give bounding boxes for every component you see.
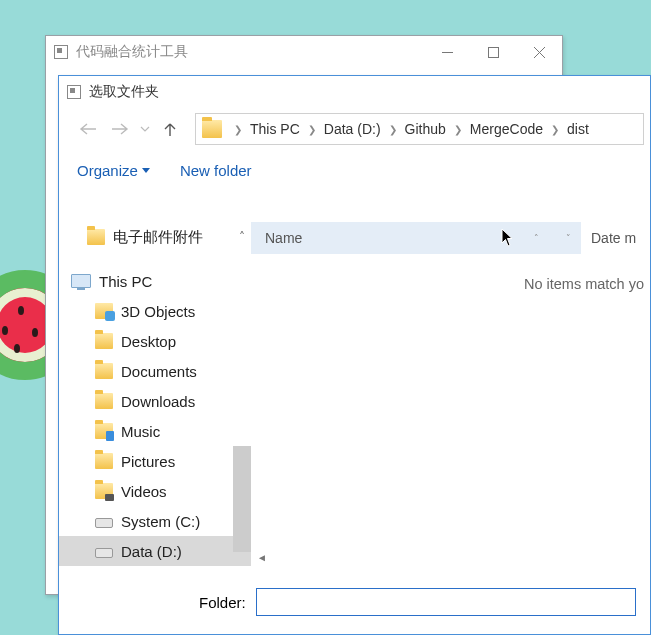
- breadcrumb-item[interactable]: Data (D:): [322, 121, 383, 137]
- tree-item[interactable]: Downloads: [59, 386, 251, 416]
- column-name-label: Name: [265, 230, 302, 246]
- mouse-cursor: [501, 228, 515, 253]
- folder-picker-dialog: 选取文件夹 ❯ This PC ❯ Data (D:) ❯ Github ❯ M…: [58, 75, 651, 635]
- nav-forward-button[interactable]: [105, 114, 135, 144]
- maximize-button[interactable]: [470, 36, 516, 68]
- nav-back-button[interactable]: [73, 114, 103, 144]
- folder-tree[interactable]: 电子邮件附件 ˄ This PC 3D Objects Desktop Docu…: [59, 222, 251, 566]
- tree-item[interactable]: Videos: [59, 476, 251, 506]
- folder-icon: [87, 229, 105, 245]
- tree-label: Desktop: [121, 333, 176, 350]
- tree-item[interactable]: Documents: [59, 356, 251, 386]
- tree-label: This PC: [99, 273, 152, 290]
- breadcrumb-item[interactable]: dist: [565, 121, 591, 137]
- empty-message: No items match yo: [524, 276, 644, 292]
- drive-icon: [95, 548, 113, 558]
- folder-icon: [95, 303, 113, 319]
- tree-scrollbar[interactable]: [233, 446, 251, 552]
- caret-down-icon: [142, 168, 150, 173]
- app-icon: [54, 45, 68, 59]
- breadcrumb[interactable]: ❯ This PC ❯ Data (D:) ❯ Github ❯ MergeCo…: [195, 113, 644, 145]
- toolbar: Organize New folder: [59, 150, 650, 190]
- tree-label: 3D Objects: [121, 303, 195, 320]
- tree-item[interactable]: 电子邮件附件 ˄: [59, 222, 251, 252]
- minimize-button[interactable]: [424, 36, 470, 68]
- dialog-footer: Folder:: [59, 570, 650, 634]
- drive-icon: [95, 518, 113, 528]
- tree-item[interactable]: System (C:): [59, 506, 251, 536]
- column-name[interactable]: Name ˄ ˅: [251, 222, 581, 254]
- organize-menu[interactable]: Organize: [77, 162, 150, 179]
- column-date[interactable]: Date m: [581, 230, 636, 246]
- tree-item[interactable]: Pictures: [59, 446, 251, 476]
- column-dropdown-icon[interactable]: ˅: [566, 233, 571, 243]
- nav-bar: ❯ This PC ❯ Data (D:) ❯ Github ❯ MergeCo…: [59, 108, 650, 150]
- tree-label: Documents: [121, 363, 197, 380]
- folder-icon: [95, 483, 113, 499]
- chevron-right-icon: ❯: [302, 124, 322, 135]
- folder-icon: [95, 423, 113, 439]
- tree-label: System (C:): [121, 513, 200, 530]
- tree-label: Music: [121, 423, 160, 440]
- scroll-left-icon[interactable]: ◄: [253, 548, 271, 566]
- nav-up-button[interactable]: [155, 114, 185, 144]
- tree-label: 电子邮件附件: [113, 228, 203, 247]
- breadcrumb-item[interactable]: MergeCode: [468, 121, 545, 137]
- parent-titlebar[interactable]: 代码融合统计工具: [46, 36, 562, 68]
- chevron-right-icon: ❯: [448, 124, 468, 135]
- tree-item[interactable]: Desktop: [59, 326, 251, 356]
- tree-label: Videos: [121, 483, 167, 500]
- folder-label: Folder:: [199, 594, 246, 611]
- folder-icon: [95, 393, 113, 409]
- breadcrumb-root-icon: [202, 120, 222, 138]
- file-list[interactable]: Name ˄ ˅ Date m No items match yo ◄: [251, 222, 650, 566]
- tree-label: Pictures: [121, 453, 175, 470]
- organize-label: Organize: [77, 162, 138, 179]
- breadcrumb-item[interactable]: This PC: [248, 121, 302, 137]
- tree-item-this-pc[interactable]: This PC: [59, 266, 251, 296]
- new-folder-button[interactable]: New folder: [180, 162, 252, 179]
- svg-rect-1: [488, 47, 498, 57]
- chevron-right-icon: ❯: [228, 124, 248, 135]
- close-button[interactable]: [516, 36, 562, 68]
- tree-item[interactable]: 3D Objects: [59, 296, 251, 326]
- folder-icon: [95, 333, 113, 349]
- breadcrumb-item[interactable]: Github: [403, 121, 448, 137]
- folder-input[interactable]: [256, 588, 636, 616]
- chevron-right-icon: ❯: [545, 124, 565, 135]
- dialog-title: 选取文件夹: [89, 83, 159, 101]
- sort-asc-icon: ˄: [534, 233, 539, 243]
- tree-item[interactable]: Music: [59, 416, 251, 446]
- tree-label: Downloads: [121, 393, 195, 410]
- folder-icon: [95, 363, 113, 379]
- pc-icon: [71, 274, 91, 288]
- nav-recent-button[interactable]: [137, 114, 153, 144]
- dialog-icon: [67, 85, 81, 99]
- chevron-up-icon[interactable]: ˄: [239, 230, 245, 244]
- folder-icon: [95, 453, 113, 469]
- column-headers: Name ˄ ˅ Date m: [251, 222, 650, 254]
- dialog-titlebar[interactable]: 选取文件夹: [59, 76, 650, 108]
- tree-item-selected[interactable]: Data (D:): [59, 536, 251, 566]
- parent-title: 代码融合统计工具: [76, 43, 188, 61]
- chevron-right-icon: ❯: [383, 124, 403, 135]
- tree-label: Data (D:): [121, 543, 182, 560]
- horizontal-scrollbar[interactable]: ◄: [253, 548, 650, 566]
